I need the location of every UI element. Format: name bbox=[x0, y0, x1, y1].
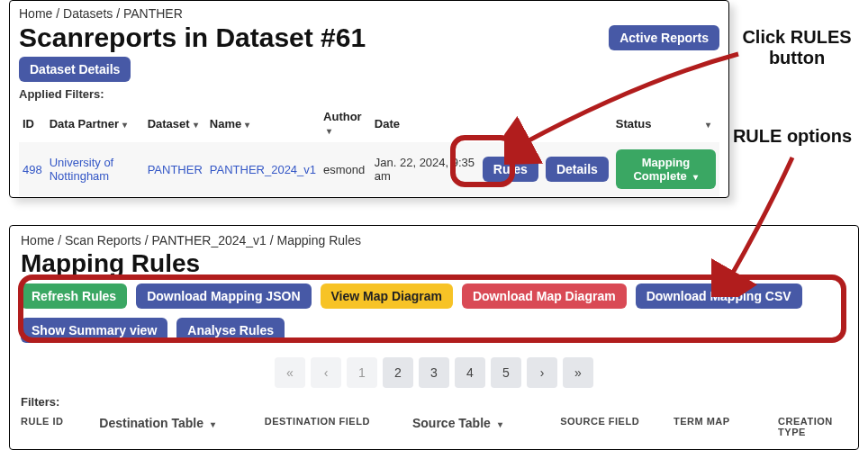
col-partner[interactable]: Data Partner▾ bbox=[46, 104, 144, 142]
crumb[interactable]: Mapping Rules bbox=[277, 233, 361, 248]
row-partner[interactable]: University of Nottingham bbox=[50, 156, 114, 183]
download-diagram-button[interactable]: Download Map Diagram bbox=[462, 284, 627, 309]
crumb[interactable]: Scan Reports bbox=[65, 233, 141, 248]
crumb[interactable]: PANTHER_2024_v1 bbox=[152, 233, 267, 248]
scanreports-panel: Home / Datasets / PANTHER Scanreports in… bbox=[9, 0, 729, 198]
pager-page[interactable]: 3 bbox=[419, 357, 449, 388]
page-title: Scanreports in Dataset #61 bbox=[19, 22, 366, 53]
col-date: Date bbox=[371, 104, 479, 142]
col-id: ID bbox=[19, 104, 46, 142]
summary-view-button[interactable]: Show Summary view bbox=[21, 318, 167, 343]
scanreports-table: ID Data Partner▾ Dataset▾ Name▾ Author▾ … bbox=[19, 104, 719, 196]
col-dest-table[interactable]: Destination Table ▾ bbox=[99, 416, 246, 437]
breadcrumb: Home / Scan Reports / PANTHER_2024_v1 / … bbox=[21, 233, 847, 248]
col-name[interactable]: Name▾ bbox=[206, 104, 320, 142]
analyse-rules-button[interactable]: Analyse Rules bbox=[176, 318, 285, 343]
pager-first[interactable]: « bbox=[275, 357, 305, 388]
pager: « ‹ 1 2 3 4 5 › » bbox=[21, 357, 847, 388]
pager-page[interactable]: 4 bbox=[455, 357, 485, 388]
row-id[interactable]: 498 bbox=[23, 163, 42, 176]
annotation-rule-options: RULE options bbox=[716, 126, 868, 147]
chevron-down-icon: ▾ bbox=[327, 126, 331, 136]
mapping-rules-panel: Home / Scan Reports / PANTHER_2024_v1 / … bbox=[9, 225, 859, 450]
table-row: 498 University of Nottingham PANTHER PAN… bbox=[19, 142, 719, 196]
chevron-down-icon: ▾ bbox=[498, 419, 502, 429]
crumb[interactable]: Home bbox=[19, 6, 52, 21]
row-dataset[interactable]: PANTHER bbox=[148, 163, 203, 176]
row-date: Jan. 22, 2024, 9:35 am bbox=[371, 142, 479, 196]
chevron-down-icon: ▾ bbox=[693, 172, 698, 182]
chevron-down-icon: ▾ bbox=[245, 120, 249, 130]
pager-next[interactable]: › bbox=[527, 357, 557, 388]
status-button[interactable]: Mapping Complete ▾ bbox=[616, 149, 716, 189]
chevron-down-icon: ▾ bbox=[122, 120, 127, 130]
col-dest-field: DESTINATION FIELD bbox=[265, 416, 394, 437]
rules-button[interactable]: Rules bbox=[483, 157, 538, 182]
pager-page[interactable]: 1 bbox=[347, 357, 377, 388]
page-title: Mapping Rules bbox=[21, 249, 847, 278]
col-creation: CREATION TYPE bbox=[778, 416, 847, 437]
chevron-down-icon: ▾ bbox=[706, 120, 710, 130]
view-diagram-button[interactable]: View Map Diagram bbox=[321, 284, 453, 309]
active-reports-button[interactable]: Active Reports bbox=[609, 25, 719, 50]
col-term-map: TERM MAP bbox=[674, 416, 760, 437]
columns-header: RULE ID Destination Table ▾ DESTINATION … bbox=[21, 410, 847, 443]
col-author[interactable]: Author▾ bbox=[320, 104, 371, 142]
col-rule-id: RULE ID bbox=[21, 416, 81, 437]
pager-last[interactable]: » bbox=[563, 357, 593, 388]
download-csv-button[interactable]: Download Mapping CSV bbox=[636, 284, 802, 309]
crumb[interactable]: Home bbox=[21, 233, 54, 248]
details-button[interactable]: Details bbox=[546, 157, 609, 182]
crumb[interactable]: Datasets bbox=[63, 6, 113, 21]
row-name[interactable]: PANTHER_2024_v1 bbox=[210, 163, 316, 176]
applied-filters-label: Applied Filters: bbox=[19, 87, 719, 101]
download-json-button[interactable]: Download Mapping JSON bbox=[136, 284, 311, 309]
dataset-details-button[interactable]: Dataset Details bbox=[19, 57, 131, 82]
chevron-down-icon: ▾ bbox=[194, 120, 198, 130]
col-src-table[interactable]: Source Table ▾ bbox=[412, 416, 542, 437]
filters-label: Filters: bbox=[21, 395, 847, 409]
pager-page[interactable]: 5 bbox=[491, 357, 521, 388]
crumb[interactable]: PANTHER bbox=[123, 6, 183, 21]
refresh-rules-button[interactable]: Refresh Rules bbox=[21, 284, 127, 309]
annotation-click-rules: Click RULES button bbox=[738, 27, 855, 68]
rule-options-row: Refresh Rules Download Mapping JSON View… bbox=[21, 284, 847, 343]
chevron-down-icon: ▾ bbox=[211, 419, 215, 429]
breadcrumb: Home / Datasets / PANTHER bbox=[19, 6, 719, 21]
col-status[interactable]: Status▾ bbox=[612, 104, 719, 142]
row-author: esmond bbox=[320, 142, 371, 196]
col-dataset[interactable]: Dataset▾ bbox=[144, 104, 206, 142]
pager-prev[interactable]: ‹ bbox=[311, 357, 341, 388]
col-src-field: SOURCE FIELD bbox=[560, 416, 656, 437]
pager-page[interactable]: 2 bbox=[383, 357, 413, 388]
